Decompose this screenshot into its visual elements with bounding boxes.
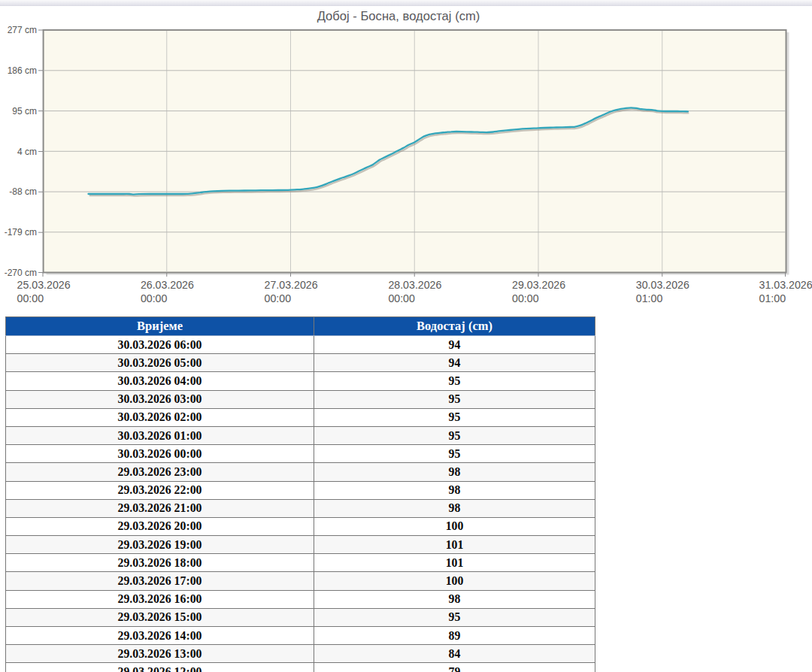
svg-text:00:00: 00:00 (141, 292, 168, 304)
svg-text:00:00: 00:00 (17, 292, 44, 304)
svg-text:01:00: 01:00 (759, 292, 786, 304)
svg-text:-179 cm: -179 cm (5, 227, 37, 238)
svg-text:00:00: 00:00 (265, 292, 292, 304)
svg-text:31.03.2026: 31.03.2026 (759, 279, 812, 291)
svg-text:00:00: 00:00 (512, 292, 539, 304)
svg-text:4 cm: 4 cm (17, 147, 37, 157)
svg-text:01:00: 01:00 (636, 292, 663, 304)
svg-text:00:00: 00:00 (388, 292, 415, 304)
svg-text:27.03.2026: 27.03.2026 (265, 279, 318, 291)
svg-text:-270 cm: -270 cm (5, 268, 37, 278)
svg-text:-88 cm: -88 cm (9, 186, 37, 197)
svg-text:95 cm: 95 cm (12, 106, 37, 117)
svg-text:28.03.2026: 28.03.2026 (388, 279, 441, 291)
svg-text:186 cm: 186 cm (8, 65, 37, 76)
svg-text:30.03.2026: 30.03.2026 (636, 279, 689, 291)
svg-text:277 cm: 277 cm (8, 25, 37, 35)
svg-text:25.03.2026: 25.03.2026 (17, 279, 71, 291)
svg-text:Добој - Босна, водостај (cm): Добој - Босна, водостај (cm) (317, 9, 480, 23)
svg-text:26.03.2026: 26.03.2026 (141, 279, 194, 291)
svg-text:29.03.2026: 29.03.2026 (512, 279, 565, 291)
